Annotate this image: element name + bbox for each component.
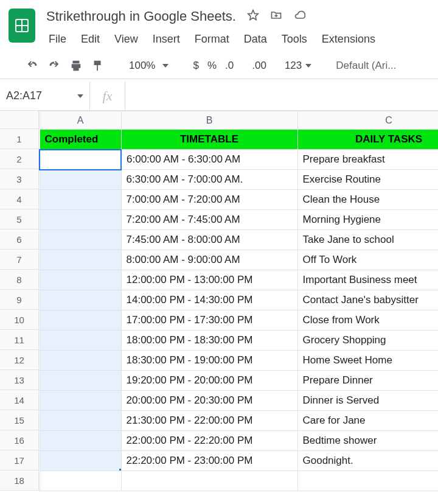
more-formats-button[interactable]: 123: [285, 60, 311, 72]
cell[interactable]: Goodnight.: [297, 451, 438, 471]
cell[interactable]: 19:20:00 PM - 20:00:00 PM: [121, 371, 297, 391]
cell[interactable]: [40, 210, 121, 230]
cell[interactable]: Completed: [40, 130, 121, 150]
row-header[interactable]: 2: [0, 149, 39, 169]
cell[interactable]: 7:20:00 AM - 7:45:00 AM: [121, 210, 297, 230]
menu-extensions[interactable]: Extensions: [321, 32, 377, 47]
row-header[interactable]: 13: [0, 370, 39, 390]
cell[interactable]: Grocery Shopping: [297, 331, 438, 351]
cell[interactable]: Exercise Routine: [297, 170, 438, 190]
star-icon[interactable]: [247, 9, 259, 24]
cell[interactable]: TIMETABLE: [121, 130, 297, 150]
cell[interactable]: [40, 230, 121, 250]
cell[interactable]: 6:30:00 AM - 7:00:00 AM.: [121, 170, 297, 190]
cell[interactable]: 14:00:00 PM - 14:30:00 PM: [121, 290, 297, 310]
move-folder-icon[interactable]: [270, 9, 282, 24]
col-header[interactable]: B: [121, 111, 297, 130]
format-percent-button[interactable]: %: [207, 60, 217, 72]
cell[interactable]: DAILY TASKS: [297, 130, 438, 150]
menu-view[interactable]: View: [113, 32, 139, 47]
cell[interactable]: Off To Work: [297, 250, 438, 270]
cell[interactable]: [40, 190, 121, 210]
col-header[interactable]: C: [297, 111, 438, 130]
cell[interactable]: [40, 371, 121, 391]
cell[interactable]: Contact Jane's babysitter: [297, 290, 438, 310]
font-family-select[interactable]: Default (Ari...: [336, 60, 396, 72]
cell[interactable]: Important Business meet: [297, 270, 438, 290]
row-header[interactable]: 18: [0, 471, 39, 491]
cell[interactable]: 21:30:00 PM - 22:00:00 PM: [121, 411, 297, 431]
cell[interactable]: 12:00:00 PM - 13:00:00 PM: [121, 270, 297, 290]
cell[interactable]: Home Sweet Home: [297, 351, 438, 371]
cloud-status-icon[interactable]: [293, 9, 307, 24]
doc-title[interactable]: Strikethrough in Google Sheets.: [44, 7, 238, 26]
sheets-logo-icon[interactable]: [9, 9, 35, 43]
row-header[interactable]: 15: [0, 410, 39, 430]
cell[interactable]: [40, 270, 121, 290]
increase-decimal-button[interactable]: .00: [252, 60, 276, 72]
row-header[interactable]: 12: [0, 350, 39, 370]
name-box[interactable]: A2:A17: [0, 82, 90, 110]
cell[interactable]: [40, 150, 121, 170]
row-header[interactable]: 9: [0, 290, 39, 310]
cell[interactable]: [40, 310, 121, 331]
cell[interactable]: [40, 471, 121, 491]
row-header[interactable]: 5: [0, 209, 39, 229]
row-header[interactable]: 6: [0, 229, 39, 250]
cell[interactable]: 22:20:00 PM - 23:00:00 PM: [121, 451, 297, 471]
format-currency-button[interactable]: $: [193, 60, 198, 72]
cell[interactable]: [40, 250, 121, 270]
row-header[interactable]: 8: [0, 270, 39, 290]
menu-file[interactable]: File: [47, 32, 68, 47]
row-header[interactable]: 4: [0, 189, 39, 209]
cell[interactable]: Close from Work: [297, 310, 438, 331]
row-header[interactable]: 10: [0, 310, 39, 330]
cell[interactable]: Clean the House: [297, 190, 438, 210]
col-header[interactable]: A: [40, 111, 121, 130]
cell[interactable]: Dinner is Served: [297, 391, 438, 411]
formula-input[interactable]: [125, 82, 438, 110]
zoom-select[interactable]: 100%: [129, 60, 169, 72]
cell[interactable]: 7:45:00 AM - 8:00:00 AM: [121, 230, 297, 250]
cell[interactable]: [121, 471, 297, 491]
cell[interactable]: Prepare breakfast: [297, 150, 438, 170]
cell[interactable]: Bedtime shower: [297, 431, 438, 451]
menu-data[interactable]: Data: [243, 32, 268, 47]
cell[interactable]: 18:30:00 PM - 19:00:00 PM: [121, 351, 297, 371]
menu-tools[interactable]: Tools: [280, 32, 308, 47]
cell[interactable]: [297, 471, 438, 491]
cell[interactable]: 18:00:00 PM - 18:30:00 PM: [121, 331, 297, 351]
redo-icon[interactable]: [47, 59, 61, 72]
cell[interactable]: Morning Hygiene: [297, 210, 438, 230]
cell[interactable]: [40, 451, 121, 471]
row-header[interactable]: 17: [0, 450, 39, 471]
cell[interactable]: 7:00:00 AM - 7:20:00 AM: [121, 190, 297, 210]
menu-edit[interactable]: Edit: [80, 32, 101, 47]
cell[interactable]: [40, 391, 121, 411]
cell[interactable]: [40, 431, 121, 451]
cell[interactable]: [40, 331, 121, 351]
print-icon[interactable]: [69, 59, 83, 72]
cell[interactable]: [40, 411, 121, 431]
row-header[interactable]: 3: [0, 169, 39, 189]
cell[interactable]: 20:00:00 PM - 20:30:00 PM: [121, 391, 297, 411]
paint-format-icon[interactable]: [91, 59, 105, 72]
cell[interactable]: [40, 351, 121, 371]
menu-format[interactable]: Format: [193, 32, 231, 47]
cell[interactable]: 6:00:00 AM - 6:30:00 AM: [121, 150, 297, 170]
undo-icon[interactable]: [26, 59, 39, 72]
cell[interactable]: 22:00:00 PM - 22:20:00 PM: [121, 431, 297, 451]
cell[interactable]: [40, 170, 121, 190]
cell[interactable]: 8:00:00 AM - 9:00:00 AM: [121, 250, 297, 270]
cell[interactable]: Take Jane to school: [297, 230, 438, 250]
cell[interactable]: Prepare Dinner: [297, 371, 438, 391]
cell[interactable]: 17:00:00 PM - 17:30:00 PM: [121, 310, 297, 331]
row-header[interactable]: 7: [0, 250, 39, 270]
cell[interactable]: Care for Jane: [297, 411, 438, 431]
row-header[interactable]: 11: [0, 330, 39, 350]
row-header[interactable]: 16: [0, 430, 39, 450]
row-header[interactable]: 1: [0, 129, 39, 149]
cell[interactable]: [40, 290, 121, 310]
select-all-corner[interactable]: [0, 111, 39, 129]
row-header[interactable]: 14: [0, 390, 39, 410]
